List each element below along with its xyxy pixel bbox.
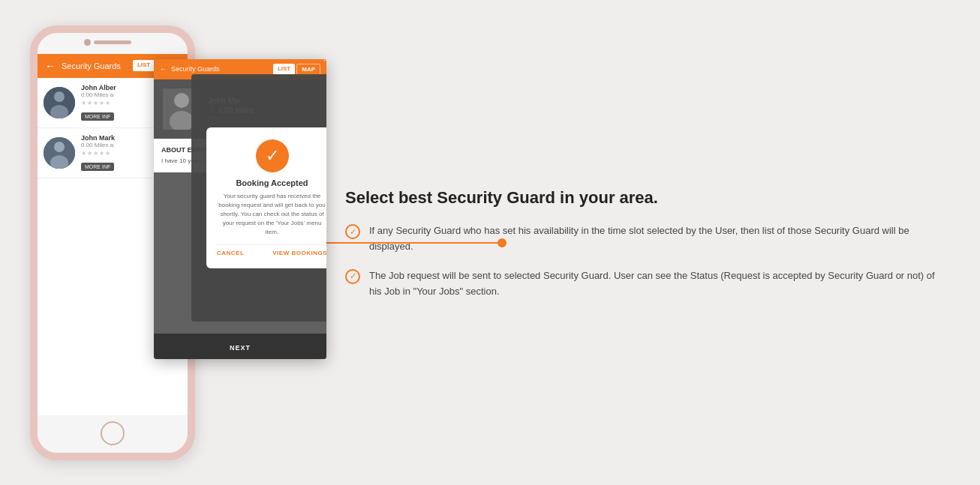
phone-container: ← Security Guards LIST MAP (30, 25, 285, 460)
guard-avatar-1 (44, 87, 75, 118)
booking-actions: CANCEL VIEW BOOKINGS (217, 244, 326, 256)
check-mark-1: ✓ (350, 227, 356, 237)
booking-text: Your security guard has received the boo… (217, 192, 326, 237)
detail-tabs: LIST MAP (273, 64, 320, 75)
feature-check-2: ✓ (345, 269, 360, 284)
booking-cancel-button[interactable]: CANCEL (217, 250, 244, 256)
detail-tab-list[interactable]: LIST (273, 64, 295, 75)
detail-screen: × ← Security Guards LIST MAP (154, 59, 326, 359)
guard-avatar-img-1 (44, 87, 75, 118)
detail-screen-container: × ← Security Guards LIST MAP (154, 59, 326, 359)
tab-list[interactable]: LIST (133, 60, 155, 71)
svg-point-7 (174, 93, 189, 108)
connector (326, 238, 507, 247)
check-circle-2: ✓ (345, 269, 360, 284)
feature-text-2: The Job request will be sent to selected… (369, 268, 935, 300)
more-info-btn-1[interactable]: MORE INF (81, 112, 114, 121)
check-mark-2: ✓ (350, 271, 356, 281)
detail-tab-map[interactable]: MAP (296, 64, 320, 75)
phone-home-button[interactable] (101, 421, 125, 445)
check-circle-1: ✓ (345, 224, 360, 239)
svg-point-4 (54, 142, 65, 152)
guard-avatar-2 (44, 137, 75, 169)
booking-modal-wrapper: ✓ Booking Accepted Your security guard h… (191, 74, 326, 322)
booking-title: Booking Accepted (217, 178, 326, 187)
detail-bottom-bar: NEXT (154, 334, 326, 359)
connector-line (326, 242, 498, 244)
booking-view-button[interactable]: VIEW BOOKINGS (272, 250, 326, 256)
phone-speaker (94, 40, 131, 44)
svg-point-1 (54, 91, 65, 102)
next-button[interactable]: NEXT (230, 344, 251, 352)
more-info-btn-2[interactable]: MORE INF (81, 163, 114, 171)
booking-modal: ✓ Booking Accepted Your security guard h… (206, 127, 326, 268)
booking-check-icon: ✓ (256, 139, 289, 172)
back-icon[interactable]: ← (45, 60, 56, 72)
section-title: Select best Security Guard in your area. (345, 187, 935, 209)
guard-avatar-img-2 (44, 137, 75, 169)
app-header-title: Security Guards (62, 61, 133, 70)
feature-item-2: ✓ The Job request will be sent to select… (345, 268, 935, 300)
feature-list: ✓ If any Security Guard who has set his … (345, 223, 935, 299)
detail-back-icon[interactable]: ← (160, 65, 167, 73)
phone-camera (84, 39, 91, 46)
page-wrapper: ← Security Guards LIST MAP (0, 0, 980, 485)
detail-header-title: Security Guards (171, 65, 273, 73)
connector-dot (498, 238, 507, 247)
feature-check-1: ✓ (345, 224, 360, 239)
